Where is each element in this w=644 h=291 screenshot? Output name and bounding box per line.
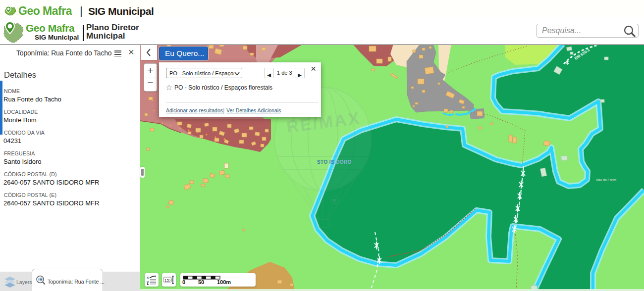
svg-text:00: 00 — [168, 278, 173, 283]
svg-text:x: x — [147, 275, 149, 280]
svg-text:R: R — [333, 198, 336, 202]
svg-text:STO ISIDORO: STO ISIDORO — [317, 159, 352, 165]
svg-text:Vau da Fonte: Vau da Fonte — [596, 178, 617, 182]
